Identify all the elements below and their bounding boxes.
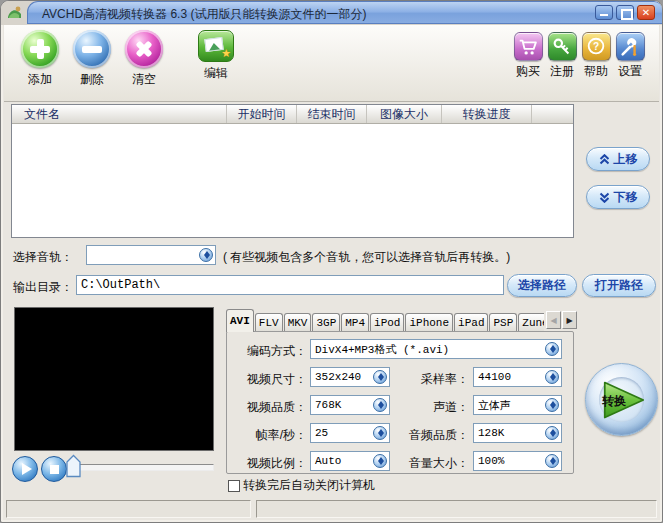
chevron-down-icon: [599, 192, 610, 203]
move-up-label: 上移: [614, 151, 638, 168]
column-header-filename[interactable]: 文件名: [12, 105, 227, 123]
file-list-header: 文件名 开始时间 结束时间 图像大小 转换进度: [12, 105, 573, 124]
dropdown-arrows-icon[interactable]: [373, 426, 387, 440]
question-icon: ?: [582, 32, 611, 61]
seek-slider-thumb[interactable]: [66, 454, 81, 478]
dropdown-arrows-icon[interactable]: [373, 398, 387, 412]
toolbar-left-group: 添加 删除 清空 ★ 编辑: [14, 30, 244, 88]
clear-button[interactable]: 清空: [118, 30, 170, 88]
dropdown-arrows-icon[interactable]: [545, 342, 559, 356]
help-button[interactable]: ? 帮助: [579, 32, 613, 80]
video-size-select[interactable]: 352x240: [310, 367, 390, 387]
channels-select[interactable]: 立体声: [473, 395, 562, 415]
edit-icon: ★: [198, 30, 234, 62]
audio-quality-select[interactable]: 128K: [473, 423, 562, 443]
status-bar: [4, 499, 659, 519]
column-header-end-time[interactable]: 结束时间: [297, 105, 367, 123]
aspect-ratio-select[interactable]: Auto: [310, 451, 390, 471]
column-header-spacer: [532, 105, 573, 123]
app-window: AVCHD高清视频转换器 6.3 (试用版只能转换源文件的一部分) 添加 删除: [0, 0, 663, 523]
settings-button[interactable]: 设置: [613, 32, 647, 80]
convert-button[interactable]: 转换: [585, 363, 658, 436]
column-header-image-size[interactable]: 图像大小: [367, 105, 442, 123]
convert-button-label: 转换: [586, 393, 642, 410]
encoding-select[interactable]: DivX4+MP3格式 (*.avi): [310, 339, 562, 359]
dropdown-arrows-icon[interactable]: [373, 454, 387, 468]
buy-button-label: 购买: [516, 63, 540, 80]
x-icon: [125, 30, 163, 68]
edit-button[interactable]: ★ 编辑: [188, 30, 244, 88]
output-dir-input[interactable]: [76, 275, 504, 295]
audio-track-label: 选择音轨：: [13, 249, 73, 266]
tab-scroll-left-button[interactable]: ◀: [546, 311, 561, 329]
tab-zune[interactable]: Zune: [518, 313, 544, 332]
sample-rate-select[interactable]: 44100: [473, 367, 562, 387]
stop-icon: [50, 465, 59, 474]
title-bar: AVCHD高清视频转换器 6.3 (试用版只能转换源文件的一部分): [1, 1, 662, 25]
dropdown-arrows-icon[interactable]: [373, 370, 387, 384]
add-button-label: 添加: [28, 71, 52, 88]
svg-text:?: ?: [593, 40, 599, 51]
tab-scroll-buttons: ◀ ▶: [545, 311, 577, 329]
key-icon: [548, 32, 577, 61]
video-preview: [14, 307, 214, 451]
tab-ipod[interactable]: iPod: [370, 313, 404, 332]
dropdown-arrows-icon[interactable]: [545, 426, 559, 440]
wrench-icon: [616, 32, 645, 61]
tab-3gp[interactable]: 3GP: [312, 313, 340, 332]
dropdown-arrows-icon[interactable]: [199, 248, 213, 262]
close-button[interactable]: [637, 5, 655, 20]
maximize-button[interactable]: [616, 5, 634, 20]
delete-button[interactable]: 删除: [66, 30, 118, 88]
move-up-button[interactable]: 上移: [586, 147, 650, 171]
audio-track-hint: ( 有些视频包含多个音轨，您可以选择音轨后再转换。): [223, 249, 510, 266]
video-quality-select[interactable]: 768K: [310, 395, 390, 415]
file-list-body[interactable]: [12, 124, 573, 237]
dropdown-arrows-icon[interactable]: [545, 454, 559, 468]
tab-mp4[interactable]: MP4: [341, 313, 369, 332]
shutdown-checkbox[interactable]: [228, 480, 240, 492]
volume-select[interactable]: 100%: [473, 451, 562, 471]
dropdown-arrows-icon[interactable]: [545, 398, 559, 412]
shutdown-checkbox-label: 转换完后自动关闭计算机: [243, 477, 375, 494]
audio-quality-value: 128K: [478, 427, 504, 439]
audio-track-select[interactable]: [86, 245, 216, 265]
tab-iphone[interactable]: iPhone: [405, 313, 453, 332]
delete-button-label: 删除: [80, 71, 104, 88]
add-button[interactable]: 添加: [14, 30, 66, 88]
choose-path-button[interactable]: 选择路径: [507, 274, 577, 297]
open-path-label: 打开路径: [595, 277, 643, 294]
column-header-progress[interactable]: 转换进度: [442, 105, 532, 123]
minus-icon: [73, 30, 111, 68]
aspect-ratio-value: Auto: [315, 455, 341, 467]
tab-flv[interactable]: FLV: [255, 313, 283, 332]
sample-rate-label: 采样率：: [405, 371, 469, 388]
column-header-start-time[interactable]: 开始时间: [227, 105, 297, 123]
sample-rate-value: 44100: [478, 371, 511, 383]
tab-scroll-right-button[interactable]: ▶: [562, 311, 577, 329]
play-button[interactable]: [12, 456, 38, 482]
frame-rate-select[interactable]: 25: [310, 423, 390, 443]
settings-button-label: 设置: [618, 63, 642, 80]
minimize-button[interactable]: [595, 5, 613, 20]
title-bar-pill: AVCHD高清视频转换器 6.3 (试用版只能转换源文件的一部分): [27, 1, 662, 24]
move-down-button[interactable]: 下移: [586, 185, 650, 209]
buy-button[interactable]: 购买: [511, 32, 545, 80]
seek-slider-track[interactable]: [77, 464, 214, 471]
encoding-value: DivX4+MP3格式 (*.avi): [315, 342, 449, 357]
open-path-button[interactable]: 打开路径: [582, 274, 656, 297]
toolbar: 添加 删除 清空 ★ 编辑: [4, 25, 659, 102]
tab-mkv[interactable]: MKV: [284, 313, 312, 332]
status-cell-right: [256, 500, 657, 518]
cart-icon: [514, 32, 543, 61]
register-button[interactable]: 注册: [545, 32, 579, 80]
stop-button[interactable]: [41, 456, 67, 482]
output-dir-label: 输出目录：: [13, 279, 73, 296]
tab-psp[interactable]: PSP: [489, 313, 517, 332]
video-quality-label: 视频品质：: [235, 399, 307, 416]
dropdown-arrows-icon[interactable]: [545, 370, 559, 384]
tab-ipad[interactable]: iPad: [454, 313, 488, 332]
audio-quality-label: 音频品质：: [405, 427, 469, 444]
tab-avi[interactable]: AVI: [226, 309, 254, 332]
encoding-label: 编码方式：: [235, 343, 307, 360]
